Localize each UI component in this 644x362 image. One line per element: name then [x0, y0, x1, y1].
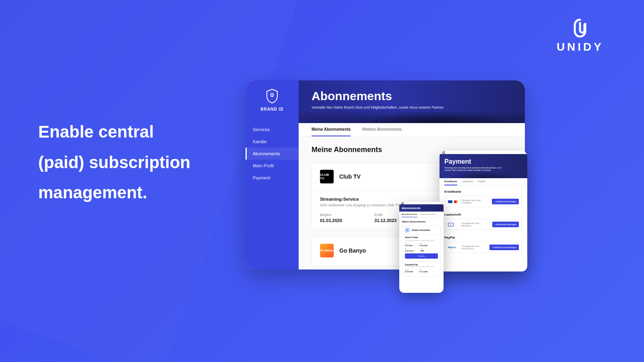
- subscription-card: 🏟 Stadion-Dauerkarte Saison-Ticket Lorem…: [402, 225, 441, 277]
- payment-hero: Payment Hinterlege hier einmalig Deine p…: [440, 154, 527, 178]
- phone-tab-1[interactable]: Weitere Abonnements: [421, 212, 436, 217]
- tab-0[interactable]: Meine Abonnements: [312, 123, 351, 136]
- payment-title: Payment: [444, 158, 522, 165]
- payment-method-title: Lastschrift: [444, 213, 522, 216]
- payment-method-paypal: PayPal PayPal Hinterlege hier Dein PayPa…: [444, 236, 522, 253]
- page-subtitle: Verwalte hier Deine Brand Abos und Mitgl…: [312, 105, 444, 110]
- subscription-service-desc: Lorem ipsum dolor sit amet, consetetur s…: [405, 240, 438, 241]
- payment-subtitle: Hinterlege hier einmalig Deine präferier…: [444, 167, 505, 171]
- sepa-icon: €: [448, 223, 454, 226]
- tabs: Meine AbonnementsWeitere Abonnements: [299, 123, 525, 137]
- payment-method-desc: Hinterlege hier Dein PayPal Konto.: [462, 245, 486, 250]
- paypal-icon: PayPal: [448, 246, 456, 249]
- add-payment-button[interactable]: + Kreditkarte hinterlegen: [492, 199, 519, 204]
- payment-method-desc: Hinterlege hier Dein Bankkonto.: [462, 222, 489, 227]
- phone-abonnements-mock: Abonnements Meine AbonnementsWeitere Abo…: [399, 202, 444, 293]
- phone-section-title: Meine Abonnements: [402, 220, 441, 223]
- sidebar: BRAND ID ServicesKanäleAbonnementsMein P…: [246, 80, 299, 269]
- payment-method-desc: Hinterlege hier Deine Kreditkarte.: [462, 199, 489, 204]
- hero-line-2: (paid) subscription: [38, 147, 190, 178]
- subscription-service-desc: Lorem ipsum dolor sit amet, consetetur s…: [405, 266, 438, 267]
- menu-icon[interactable]: [401, 202, 404, 204]
- menu-icon[interactable]: [442, 151, 445, 154]
- sidebar-nav: ServicesKanäleAbonnementsMein ProfilPaym…: [246, 123, 299, 184]
- sidebar-item-kanäle[interactable]: Kanäle: [246, 136, 299, 148]
- mastercard-icon: [454, 200, 458, 203]
- sidebar-brand-label: BRAND ID: [246, 107, 299, 111]
- brand-logo: UNIDY: [557, 18, 604, 53]
- page-title: Abonnements: [312, 89, 512, 103]
- page-hero: Abonnements Verwalte hier Deine Brand Ab…: [299, 80, 525, 123]
- manage-button[interactable]: Verwalten: [405, 253, 438, 259]
- visa-icon: [448, 200, 452, 203]
- subscription-name: Stadion-Dauerkarte: [412, 229, 430, 231]
- hero-line-3: management.: [38, 177, 190, 208]
- sidebar-item-abonnements[interactable]: Abonnements: [246, 148, 299, 160]
- payment-tab-0[interactable]: Kreditkarte: [444, 178, 457, 185]
- subscription-logo: Go Banyo: [320, 244, 334, 257]
- tablet-payment-mock: Payment Hinterlege hier einmalig Deine p…: [440, 151, 527, 272]
- phone-tabs: Meine AbonnementsWeitere Abonnements: [399, 212, 444, 218]
- hero-headline: Enable central (paid) subscription manag…: [38, 117, 190, 208]
- brand-wordmark: UNIDY: [557, 41, 604, 53]
- sidebar-brand: BRAND ID: [246, 88, 299, 111]
- subscription-name: Club TV: [339, 173, 361, 180]
- subscription-service-title: Getränke-Flat: [405, 261, 438, 266]
- stadion-icon: 🏟: [405, 228, 410, 232]
- tab-1[interactable]: Weitere Abonnements: [362, 123, 401, 136]
- payment-method-card: Kreditkarte Hinterlege hier Deine Kredit…: [444, 190, 522, 207]
- payment-method-title: Kreditkarte: [444, 190, 522, 193]
- payment-tab-1[interactable]: Lastschrift: [462, 178, 473, 185]
- sidebar-item-services[interactable]: Services: [246, 123, 299, 136]
- sidebar-item-mein-profil[interactable]: Mein Profil: [246, 160, 299, 172]
- paperclip-icon: [572, 18, 588, 37]
- subscription-service-title: Saison-Ticket: [405, 236, 438, 239]
- add-payment-button[interactable]: + Bankkonto hinterlegen: [492, 222, 519, 227]
- subscription-logo: CLUB TV.: [320, 170, 334, 183]
- phone-tab-0[interactable]: Meine Abonnements: [402, 212, 417, 217]
- shield-icon: [266, 88, 279, 104]
- phone-page-title: Abonnements: [399, 204, 444, 212]
- payment-tabs: KreditkarteLastschriftPayPal: [440, 178, 527, 186]
- hero-line-1: Enable central: [38, 117, 190, 147]
- sidebar-item-payment[interactable]: Payment: [246, 172, 299, 184]
- payment-method-sepa: Lastschrift € Hinterlege hier Dein Bankk…: [444, 213, 522, 230]
- subscription-name: Go Banyo: [339, 247, 366, 254]
- add-payment-button[interactable]: + PayPal-Konto hinterlegen: [489, 245, 519, 250]
- payment-tab-2[interactable]: PayPal: [478, 178, 485, 185]
- payment-method-title: PayPal: [444, 236, 522, 239]
